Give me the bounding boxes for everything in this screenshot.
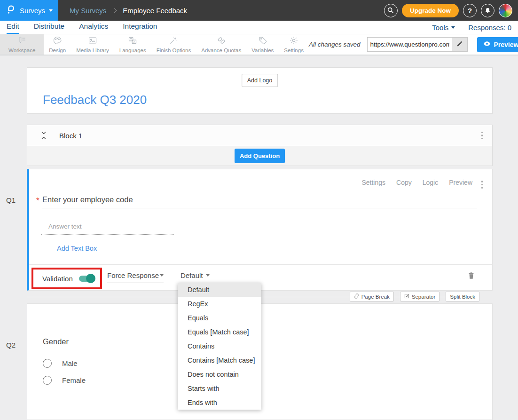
menu-item-starts-with[interactable]: Starts with: [178, 381, 261, 396]
questionpro-logo-icon: [6, 4, 16, 16]
responses-count[interactable]: Responses: 0: [468, 24, 511, 32]
validation-type-menu: Default RegEx Equals Equals [Match case]…: [178, 283, 261, 410]
tab-integration[interactable]: Integration: [123, 22, 157, 34]
gutter-label-q1: Q1: [6, 196, 16, 204]
force-response-dropdown[interactable]: Force Response: [107, 271, 164, 283]
menu-item-equals-match-case[interactable]: Equals [Match case]: [178, 325, 261, 339]
survey-url-box: [367, 37, 468, 52]
add-logo-button[interactable]: Add Logo: [242, 74, 278, 87]
split-block-button[interactable]: Split Block: [446, 292, 479, 301]
validation-type-dropdown[interactable]: Default: [181, 271, 210, 283]
menu-item-does-not-contain[interactable]: Does not contain: [178, 367, 261, 381]
question-text-underline: [42, 208, 477, 208]
toolbar-item-languages[interactable]: A Languages: [114, 34, 151, 55]
design-palette-icon: [53, 36, 62, 47]
advance-quotas-chain-icon: [217, 36, 226, 47]
tabs-right-group: Tools Responses: 0: [432, 24, 511, 34]
menu-item-contains-match-case[interactable]: Contains [Match case]: [178, 353, 261, 367]
option-label-female[interactable]: Female: [62, 376, 86, 384]
menu-item-default[interactable]: Default: [178, 283, 261, 297]
search-icon: [387, 7, 394, 14]
question-1-actions: Settings Copy Logic Preview: [361, 179, 472, 186]
collapse-block-icon[interactable]: [40, 131, 47, 140]
breadcrumb-my-surveys[interactable]: My Surveys: [70, 7, 106, 15]
question-2-text[interactable]: Gender: [43, 337, 69, 346]
upgrade-now-button[interactable]: Upgrade Now: [402, 4, 459, 17]
tools-label: Tools: [432, 24, 448, 32]
option-row-female: Female: [43, 376, 492, 385]
survey-url-input[interactable]: [368, 38, 452, 51]
variables-tag-icon: [258, 36, 267, 47]
block-title[interactable]: Block 1: [59, 132, 82, 140]
survey-header-card: Add Logo Feedback Q3 2020: [27, 67, 493, 114]
media-library-icon: [88, 36, 97, 47]
tab-edit[interactable]: Edit: [7, 22, 19, 34]
validation-toggle[interactable]: [79, 276, 94, 282]
product-label: Surveys: [20, 7, 45, 15]
separator-label: Separator: [412, 294, 436, 300]
question-menu-dots[interactable]: [479, 179, 485, 190]
split-block-label: Split Block: [450, 294, 475, 300]
option-label-male[interactable]: Male: [62, 359, 78, 367]
toolbar-item-design[interactable]: Design: [44, 34, 71, 55]
toolbar-item-settings[interactable]: Settings: [279, 34, 309, 55]
question-1-text[interactable]: Enter your employee code: [42, 195, 133, 204]
settings-gear-icon: [289, 36, 298, 47]
navbar-actions: Upgrade Now ?: [384, 0, 518, 21]
option-row-male: Male: [43, 359, 492, 368]
add-question-strip: Add Question: [27, 146, 493, 166]
delete-question-button[interactable]: [467, 271, 475, 282]
menu-item-equals[interactable]: Equals: [178, 311, 261, 325]
toolbar-item-variables[interactable]: Variables: [246, 34, 279, 55]
survey-title[interactable]: Feedback Q3 2020: [43, 93, 147, 107]
editor-toolbar: Workspace Design Media Library A Languag…: [0, 34, 518, 55]
product-switcher[interactable]: Surveys: [0, 0, 58, 21]
toolbar-right-group: All changes saved Preview: [309, 34, 518, 55]
block-header: Block 1: [27, 125, 493, 146]
tools-menu[interactable]: Tools: [432, 24, 455, 32]
separator-button[interactable]: Separator: [400, 292, 440, 301]
validation-label: Validation: [42, 275, 73, 283]
main-tabs: Edit Distribute Analytics Integration To…: [0, 21, 518, 34]
search-button[interactable]: [384, 4, 398, 17]
avatar[interactable]: [499, 4, 512, 17]
preview-button[interactable]: Preview: [477, 37, 518, 52]
breadcrumb-current: Employee Feedback: [123, 7, 187, 15]
tab-distribute[interactable]: Distribute: [34, 22, 64, 34]
gutter-label-q2: Q2: [6, 341, 16, 349]
toolbar-item-workspace[interactable]: Workspace: [0, 34, 44, 55]
answer-text-field[interactable]: Answer text: [41, 222, 174, 235]
question-settings-link[interactable]: Settings: [361, 179, 385, 186]
block-menu-dots[interactable]: [479, 130, 485, 142]
radio-female[interactable]: [43, 376, 52, 385]
toolbar-item-media-library[interactable]: Media Library: [71, 34, 114, 55]
pencil-icon: [456, 40, 463, 49]
block-section: Block 1 Add Question: [27, 125, 493, 166]
required-marker: *: [36, 196, 39, 206]
validation-type-label: Default: [181, 271, 203, 279]
save-status: All changes saved: [309, 41, 361, 48]
footer-buttons: Page Break Separator Split Block: [350, 292, 479, 301]
force-response-label: Force Response: [107, 271, 159, 279]
page-break-button[interactable]: Page Break: [350, 292, 394, 301]
add-question-button[interactable]: Add Question: [235, 149, 285, 163]
separator-checkbox-icon: [404, 293, 409, 300]
breadcrumb: My Surveys Employee Feedback: [70, 0, 187, 21]
toolbar-item-finish-options[interactable]: Finish Options: [151, 34, 196, 55]
notifications-button[interactable]: [481, 4, 494, 17]
menu-item-regex[interactable]: RegEx: [178, 297, 261, 311]
chevron-down-icon: [49, 9, 53, 12]
add-text-box-link[interactable]: Add Text Box: [57, 245, 97, 252]
tab-analytics[interactable]: Analytics: [79, 22, 108, 34]
question-mark-icon: ?: [468, 7, 472, 15]
question-preview-link[interactable]: Preview: [449, 179, 472, 186]
menu-item-ends-with[interactable]: Ends with: [178, 396, 261, 410]
menu-item-contains[interactable]: Contains: [178, 339, 261, 353]
question-logic-link[interactable]: Logic: [423, 179, 438, 186]
radio-male[interactable]: [43, 359, 52, 368]
question-copy-link[interactable]: Copy: [396, 179, 412, 186]
help-button[interactable]: ?: [463, 4, 477, 17]
toolbar-item-advance-quotas[interactable]: Advance Quotas: [196, 34, 246, 55]
chevron-right-icon: [112, 8, 117, 13]
edit-url-button[interactable]: [452, 38, 467, 51]
